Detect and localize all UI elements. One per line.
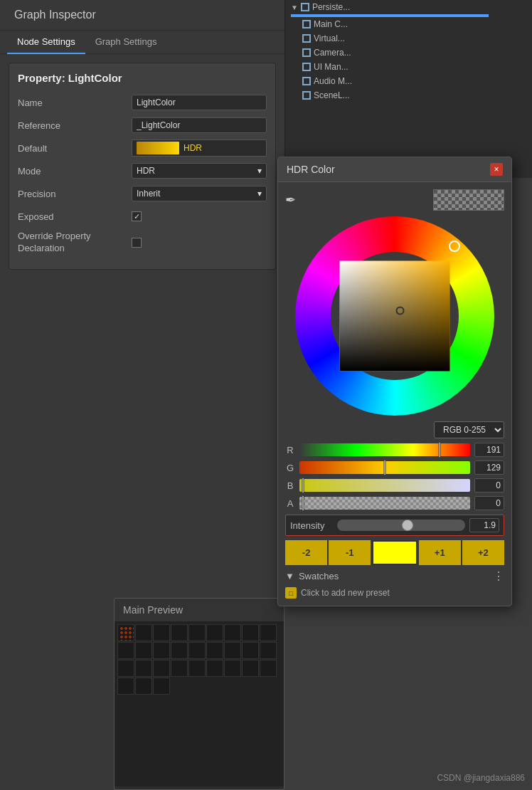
a-slider-thumb [302,495,304,511]
property-row-override: Override PropertyDeclaration [18,231,267,255]
sprite-item[interactable] [135,678,152,695]
a-slider-track[interactable] [299,497,470,510]
color-square-bg [340,261,450,372]
ev-plus1-button[interactable]: +1 [419,540,461,565]
virtual-label: Virtual... [314,33,345,43]
panel-title: Graph Inspector [0,0,284,31]
sprite-item[interactable] [206,660,223,677]
eyedropper-button[interactable]: ✒ [285,192,296,208]
ev-plus2-button[interactable]: +2 [462,540,504,565]
property-row-mode: Mode HDR ▾ [18,162,267,179]
sprite-item[interactable] [171,642,188,659]
sprite-item[interactable] [260,660,277,677]
dialog-close-button[interactable]: × [490,163,503,176]
ev-minus1-button[interactable]: -1 [329,540,371,565]
sprite-item[interactable] [242,624,259,641]
b-slider-row: B [285,478,504,493]
color-square-container[interactable] [340,261,450,372]
alpha-swatch [433,189,504,211]
hierarchy-item-mainc[interactable]: Main C... [285,17,532,31]
swatches-label: Swatches [299,571,339,581]
intensity-thumb [402,520,413,531]
sprite-item[interactable] [206,642,223,659]
sprite-item[interactable] [135,642,152,659]
sprite-item[interactable] [135,624,152,641]
property-row-precision: Precision Inherit ▾ [18,185,267,202]
r-slider-track[interactable] [299,443,470,456]
tab-graph-settings[interactable]: Graph Settings [85,31,167,54]
sprite-item[interactable] [117,642,134,659]
sprite-item[interactable] [242,642,259,659]
rgb-mode-select[interactable]: RGB 0-255 RGB 0-1 HSV [434,421,504,438]
sprite-item[interactable] [188,660,206,677]
preview-content [115,621,284,786]
g-input[interactable] [474,460,504,475]
property-title: Property: LightColor [18,72,267,84]
sprite-item[interactable] [153,678,170,695]
value-mode: HDR ▾ [132,163,267,179]
color-label: HDR [183,143,202,153]
override-checkbox[interactable] [132,238,142,248]
r-input[interactable] [474,443,504,457]
hierarchy-item-uiman[interactable]: UI Man... [285,60,532,74]
hierarchy-item-scenel[interactable]: SceneL... [285,88,532,102]
cube-icon [301,3,309,11]
sprite-item[interactable] [135,660,152,677]
hierarchy-item-persistent[interactable]: ▼ Persiste... [285,0,532,14]
sprite-item[interactable] [153,624,170,641]
ev-zero-button[interactable] [372,540,417,565]
sprite-item[interactable] [117,678,134,695]
sprite-item[interactable] [171,624,188,641]
audiom-label: Audio M... [314,76,352,86]
expand-icon: ▼ [291,4,298,11]
scenel-label: SceneL... [314,90,350,100]
sprite-item[interactable] [224,642,241,659]
precision-value: Inherit [137,189,160,199]
a-input[interactable] [474,496,504,510]
dialog-body: ✒ RGB 0-255 [278,182,511,606]
b-slider-track[interactable] [299,479,470,492]
hierarchy-item-audiom[interactable]: Audio M... [285,74,532,88]
uiman-label: UI Man... [314,62,349,72]
sprite-item[interactable] [153,642,170,659]
g-slider-track[interactable] [299,461,470,474]
sprite-item[interactable] [117,660,134,677]
sprite-item[interactable] [206,624,223,641]
cube-icon-scenel [302,91,311,100]
mode-dropdown[interactable]: HDR ▾ [132,163,267,179]
tab-node-settings[interactable]: Node Settings [7,31,85,54]
color-wheel-container[interactable] [295,216,494,416]
sprite-item[interactable] [117,624,134,641]
r-slider-row: R [285,443,504,457]
intensity-input[interactable] [469,518,499,532]
color-field[interactable]: HDR [132,139,267,157]
intensity-track[interactable] [337,520,465,531]
hierarchy-panel: ▼ Persiste... Main C... Virtual... Camer… [284,0,532,178]
sprite-item[interactable] [260,642,277,659]
tabs-bar: Node Settings Graph Settings [0,31,284,54]
swatches-header: ▼ Swatches ⋮ [285,569,504,583]
exposed-checkbox[interactable] [132,211,142,221]
swatches-title[interactable]: ▼ Swatches [285,571,339,581]
sprite-item[interactable] [188,642,206,659]
sprite-item[interactable] [224,624,241,641]
sprite-item[interactable] [260,624,277,641]
swatches-menu-button[interactable]: ⋮ [493,569,504,583]
ev-minus2-button[interactable]: -2 [285,540,327,565]
eyedropper-area: ✒ [285,189,504,211]
precision-dropdown[interactable]: Inherit ▾ [132,186,267,201]
sprite-item[interactable] [188,624,206,641]
hierarchy-item-camera[interactable]: Camera... [285,46,532,60]
sprite-item[interactable] [171,660,188,677]
g-slider-thumb [384,460,386,475]
reference-input[interactable] [132,117,267,133]
b-input[interactable] [474,478,504,493]
name-input[interactable] [132,95,267,110]
hierarchy-item-virtual[interactable]: Virtual... [285,31,532,46]
add-preset-button[interactable]: □ Click to add new preset [285,587,504,599]
property-row-exposed: Exposed [18,208,267,225]
sprite-item[interactable] [224,660,241,677]
hdr-color-dialog: HDR Color × ✒ [277,157,512,606]
sprite-item[interactable] [242,660,259,677]
sprite-item[interactable] [153,660,170,677]
